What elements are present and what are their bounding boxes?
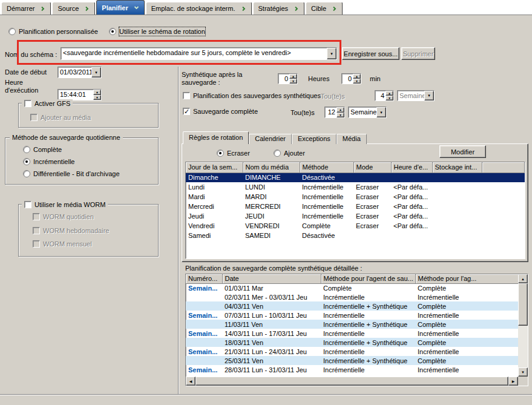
start-date-combobox[interactable]: 01/03/2011 ▼ bbox=[57, 67, 102, 78]
table-row[interactable]: MercrediMERCREDIIncrémentielleEcraser<Pa… bbox=[186, 202, 525, 211]
table-row[interactable]: SamediSAMEDIDésactivée bbox=[186, 231, 525, 240]
spin-down-icon[interactable]: ▼ bbox=[93, 95, 101, 100]
table-row[interactable]: MardiMARDIIncrémentielleEcraser<Par défa… bbox=[186, 192, 525, 202]
gfs-enable-checkbox[interactable]: Activer GFS bbox=[22, 99, 73, 108]
table-cell bbox=[353, 231, 391, 240]
radio-differential[interactable]: Différentielle - Bit d'archivage bbox=[23, 170, 120, 178]
scheduler-window: Démarrer Source Planifier Emplac. de sto… bbox=[0, 0, 532, 405]
spin-up-icon[interactable]: ▲ bbox=[289, 74, 297, 79]
table-cell: Ecraser bbox=[353, 202, 391, 211]
spin-down-icon[interactable]: ▼ bbox=[289, 79, 297, 84]
table-row[interactable]: Semain...07/03/11 Lun - 10/03/11 JeuIncr… bbox=[186, 311, 528, 320]
tab-cible[interactable]: Cible bbox=[306, 2, 343, 15]
column-header[interactable]: Méthode bbox=[300, 162, 353, 173]
table-cell: Incrémentielle + Synthétique bbox=[321, 301, 415, 311]
column-header[interactable]: Stockage int... bbox=[432, 162, 482, 173]
column-header[interactable]: Jour de la sem... bbox=[186, 162, 243, 173]
table-cell: MERCREDI bbox=[243, 202, 300, 211]
column-header[interactable]: Mode bbox=[353, 162, 391, 173]
table-row[interactable]: Semain...28/03/11 Lun - 31/03/11 JeuIncr… bbox=[186, 365, 528, 374]
column-header[interactable]: Nom du média bbox=[243, 162, 300, 173]
tab-exceptions[interactable]: Exceptions bbox=[292, 134, 337, 144]
synthetic-plan-checkbox[interactable]: Planification des sauvegardes synthétiqu… bbox=[183, 91, 321, 100]
table-row[interactable]: 11/03/11 VenIncrémentielle + Synthétique… bbox=[186, 320, 528, 329]
table-row[interactable]: VendrediVENDREDIComplèteEcraser<Par défa… bbox=[186, 221, 525, 231]
radio-incremental[interactable]: Incrémentielle bbox=[23, 157, 74, 166]
column-header[interactable]: Numéro... bbox=[186, 274, 222, 283]
modify-button[interactable]: Modifier bbox=[439, 145, 486, 158]
table-header-row: Numéro... Date Méthode pour l'agent de s… bbox=[186, 274, 528, 283]
schema-name-combobox[interactable]: <sauvegarde incrémentielle hebdomadaire … bbox=[61, 47, 337, 60]
worm-enable-checkbox[interactable]: Utiliser le média WORM bbox=[22, 200, 108, 209]
table-row[interactable]: Semain...21/03/11 Lun - 24/03/11 JeuIncr… bbox=[186, 347, 528, 356]
tab-strategies[interactable]: Stratégies bbox=[253, 2, 305, 15]
table-cell: Samedi bbox=[186, 231, 243, 240]
plan-unit-combobox[interactable]: Semaine(s) ▼ bbox=[397, 90, 435, 101]
radio-complete[interactable]: Complète bbox=[23, 145, 62, 154]
dropdown-arrow-icon[interactable]: ▼ bbox=[327, 48, 337, 59]
table-cell: Incrémentielle bbox=[321, 311, 415, 320]
dropdown-arrow-icon[interactable]: ▼ bbox=[424, 91, 434, 100]
scroll-right-icon[interactable]: ▶ bbox=[508, 377, 518, 386]
tab-demarrer[interactable]: Démarrer bbox=[1, 2, 51, 15]
spin-down-icon[interactable]: ▼ bbox=[353, 79, 361, 84]
tab-stockage-interm[interactable]: Emplac. de stockage interm. bbox=[146, 2, 252, 15]
worm-monthly-checkbox[interactable]: WORM mensuel bbox=[33, 240, 92, 248]
spin-up-icon[interactable]: ▲ bbox=[93, 90, 101, 95]
table-cell: 01/03/11 Mar bbox=[222, 283, 321, 292]
table-row[interactable]: 02/03/11 Mer - 03/03/11 JeuIncrémentiell… bbox=[186, 292, 528, 301]
synthetic-min-spinner[interactable]: 0 ▲ ▼ bbox=[341, 73, 361, 84]
table-cell: 28/03/11 Lun - 31/03/11 Jeu bbox=[222, 365, 321, 374]
save-as-button[interactable]: Enregistrer sous... bbox=[342, 47, 399, 60]
radio-custom-plan[interactable]: Planification personnalisée bbox=[8, 27, 98, 36]
tab-calendar[interactable]: Calendrier bbox=[249, 134, 292, 144]
radio-rotation-schema[interactable]: Utiliser le schéma de rotation bbox=[109, 27, 205, 36]
table-row[interactable]: Semain...14/03/11 Lun - 17/03/11 JeuIncr… bbox=[186, 329, 528, 338]
delete-button[interactable]: Supprimer bbox=[401, 47, 435, 60]
table-row[interactable]: LundiLUNDIIncrémentielleEcraser<Par défa… bbox=[186, 182, 525, 192]
column-header[interactable]: Heure d'e... bbox=[391, 162, 432, 173]
table-row[interactable]: 04/03/11 VenIncrémentielle + Synthétique… bbox=[186, 301, 528, 311]
scroll-left-icon[interactable]: ◀ bbox=[186, 377, 195, 386]
radio-append[interactable]: Ajouter bbox=[274, 149, 305, 157]
scroll-down-icon[interactable]: ▼ bbox=[518, 367, 528, 377]
scroll-up-icon[interactable]: ▲ bbox=[518, 274, 528, 283]
table-row[interactable]: Semain...01/03/11 MarComplèteComplète bbox=[186, 283, 528, 292]
tab-rotation-rules[interactable]: Règles de rotation bbox=[183, 131, 249, 144]
spin-down-icon[interactable]: ▼ bbox=[386, 96, 393, 100]
vertical-scrollbar[interactable]: ▲ ▼ bbox=[518, 274, 528, 377]
table-row[interactable]: 25/03/11 VenIncrémentielle + Synthétique… bbox=[186, 356, 528, 365]
column-header[interactable]: Date bbox=[222, 274, 321, 283]
spin-up-icon[interactable]: ▲ bbox=[337, 107, 344, 113]
dropdown-arrow-icon[interactable]: ▼ bbox=[91, 67, 101, 77]
table-row[interactable]: DimancheDIMANCHEDésactivée bbox=[186, 173, 525, 182]
spin-up-icon[interactable]: ▲ bbox=[386, 91, 393, 96]
tab-source[interactable]: Source bbox=[52, 2, 95, 15]
table-cell: Semain... bbox=[186, 329, 222, 338]
column-header[interactable]: Méthode pour l'ag... bbox=[415, 274, 528, 283]
gfs-append-checkbox[interactable]: Ajouter au média bbox=[30, 113, 91, 122]
worm-weekly-checkbox[interactable]: WORM hebdomadaire bbox=[33, 226, 109, 235]
spin-down-icon[interactable]: ▼ bbox=[337, 113, 344, 118]
spinner-value: 4 bbox=[375, 91, 386, 100]
column-header[interactable]: Méthode pour l'agent de sau... bbox=[321, 274, 415, 283]
table-row[interactable]: JeudiJEUDIIncrémentielleEcraser<Par défa… bbox=[186, 211, 525, 221]
table-cell: Incrémentielle + Synthétique bbox=[321, 356, 415, 365]
full-backup-checkbox[interactable]: Sauvegarde complète bbox=[183, 107, 258, 116]
table-row[interactable]: 18/03/11 VenIncrémentielle + Synthétique… bbox=[186, 338, 528, 347]
radio-overwrite[interactable]: Ecraser bbox=[217, 149, 250, 157]
plan-weeks-spinner[interactable]: 4 ▲ ▼ bbox=[375, 90, 394, 101]
full-unit-combobox[interactable]: Semaine(s) ▼ bbox=[348, 107, 387, 118]
dropdown-arrow-icon[interactable]: ▼ bbox=[376, 107, 386, 117]
worm-daily-checkbox[interactable]: WORM quotidien bbox=[33, 212, 94, 221]
scrollbar-thumb[interactable] bbox=[195, 377, 508, 386]
synthetic-hours-spinner[interactable]: 0 ▲ ▼ bbox=[278, 73, 298, 84]
horizontal-scrollbar[interactable]: ◀ ▶ bbox=[186, 377, 518, 386]
full-weeks-spinner[interactable]: 12 ▲ ▼ bbox=[324, 107, 345, 118]
spin-up-icon[interactable]: ▲ bbox=[353, 74, 361, 79]
tab-planifier[interactable]: Planifier bbox=[96, 0, 144, 15]
spinner-buttons: ▲ ▼ bbox=[289, 74, 297, 84]
table-cell: MARDI bbox=[243, 192, 300, 202]
tab-media[interactable]: Média bbox=[337, 134, 367, 144]
scrollbar-thumb[interactable] bbox=[518, 283, 528, 326]
